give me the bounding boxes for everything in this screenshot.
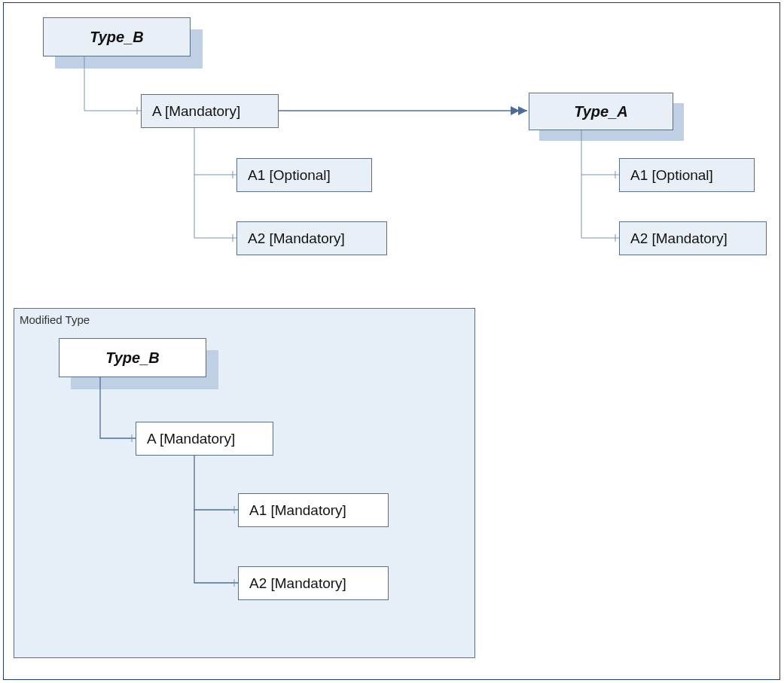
diagram-frame: Type_B A [Mandatory] A1 [Optional] A2 [M… xyxy=(0,0,784,683)
type-a-box: Type_A xyxy=(529,93,673,130)
node-a2-label: A2 [Mandatory] xyxy=(248,230,345,247)
type-b-box: Type_B xyxy=(43,17,191,56)
panel-node-a2-label: A2 [Mandatory] xyxy=(249,575,346,592)
panel-node-a-label: A [Mandatory] xyxy=(147,431,235,447)
ta-node-a2: A2 [Mandatory] xyxy=(619,221,767,255)
panel-type-b-box: Type_B xyxy=(59,338,206,377)
node-a: A [Mandatory] xyxy=(141,94,279,128)
node-a1-label: A1 [Optional] xyxy=(248,167,331,184)
ta-node-a2-label: A2 [Mandatory] xyxy=(630,230,728,247)
panel-node-a1: A1 [Mandatory] xyxy=(238,493,389,527)
type-a-label: Type_A xyxy=(574,103,628,120)
panel-title: Modified Type xyxy=(20,313,90,326)
panel-node-a2: A2 [Mandatory] xyxy=(238,566,389,600)
type-b-label: Type_B xyxy=(90,29,144,46)
panel-type-b-label: Type_B xyxy=(105,349,160,367)
panel-node-a1-label: A1 [Mandatory] xyxy=(249,502,346,519)
panel-node-a: A [Mandatory] xyxy=(136,422,273,456)
node-a-label: A [Mandatory] xyxy=(152,103,240,120)
node-a2: A2 [Mandatory] xyxy=(236,221,387,255)
ta-node-a1-label: A1 [Optional] xyxy=(630,167,713,184)
node-a1: A1 [Optional] xyxy=(236,158,372,192)
ta-node-a1: A1 [Optional] xyxy=(619,158,755,192)
